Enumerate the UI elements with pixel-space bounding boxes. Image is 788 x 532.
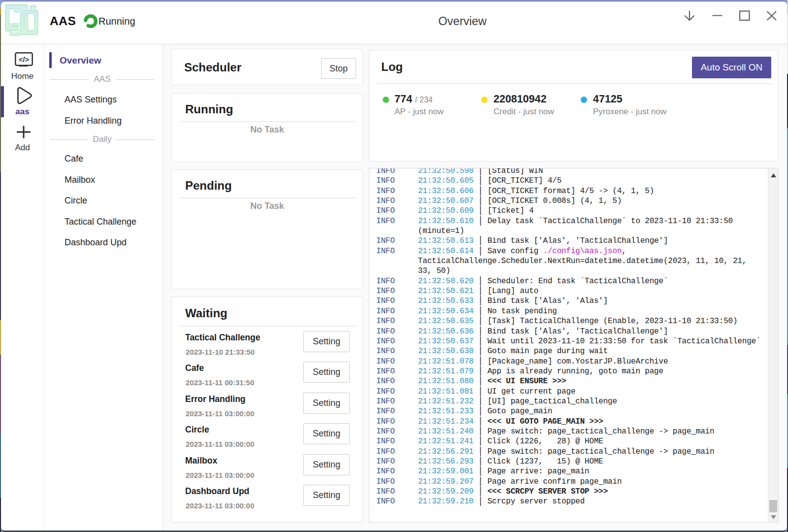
svg-text:</>: </> — [19, 56, 29, 64]
